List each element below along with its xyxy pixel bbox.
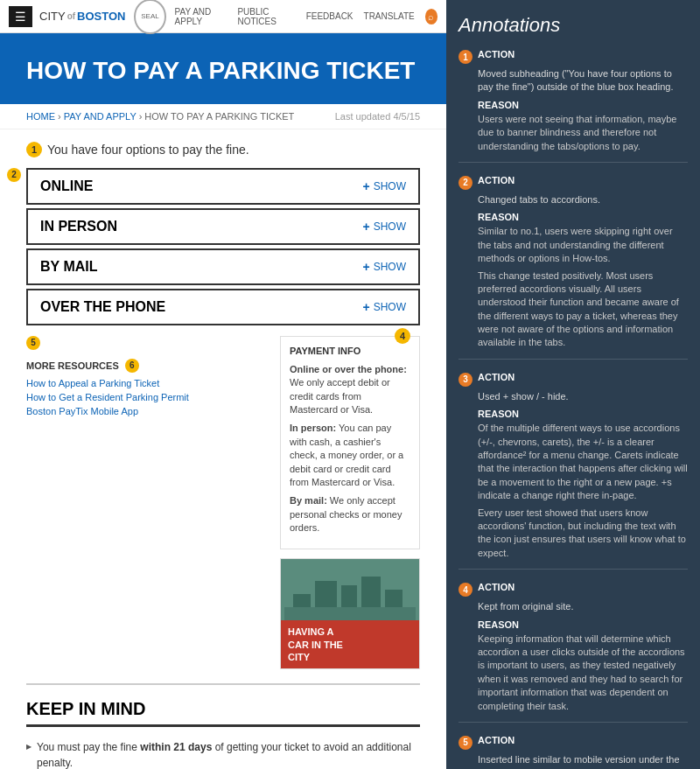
resource-link-1[interactable]: How to Appeal a Parking Ticket — [26, 378, 266, 388]
ann-num-2: 2 — [458, 176, 472, 190]
breadcrumb: HOME › PAY AND APPLY › HOW TO PAY A PARK… — [0, 104, 446, 129]
search-icon[interactable]: ⌕ — [425, 9, 438, 24]
city-card-image — [281, 559, 419, 620]
accordion-by-mail-toggle[interactable]: + show — [362, 260, 406, 274]
resource-link-2[interactable]: How to Get a Resident Parking Permit — [26, 392, 266, 402]
annotation-item-4: 4 ACTION Kept from original site. REASON… — [458, 582, 688, 723]
ann-reason-label-4: REASON — [478, 619, 688, 630]
accordion-in-person-label: IN PERSON — [40, 219, 117, 234]
annotation-item-1: 1 ACTION Moved subheading ("You have fou… — [458, 49, 688, 163]
accordion-by-mail[interactable]: BY MAIL + show — [26, 248, 420, 285]
accordion-by-mail-label: BY MAIL — [40, 259, 97, 275]
keep-in-mind-list: You must pay the fine within 21 days of … — [26, 734, 420, 769]
accordion-online[interactable]: ONLINE + show — [26, 168, 420, 205]
accordion-num: 2 — [7, 168, 21, 182]
intro-text: You have four options to pay the fine. — [47, 143, 249, 157]
svg-rect-6 — [284, 607, 416, 620]
left-col: 5 MORE RESOURCES 6 How to Appeal a Parki… — [26, 336, 266, 670]
annotations-container: 1 ACTION Moved subheading ("You have fou… — [458, 49, 688, 769]
annotations-title: Annotations — [458, 14, 688, 37]
annotation-item-2: 2 ACTION Changed tabs to accordions. REA… — [458, 175, 688, 360]
main-content: 1 You have four options to pay the fine.… — [0, 129, 446, 769]
payment-by-mail: By mail: We only accept personal checks … — [290, 494, 410, 535]
ann-num-3: 3 — [458, 373, 472, 387]
annotation-action-3: 3 ACTION — [458, 372, 688, 387]
breadcrumb-links: HOME › PAY AND APPLY › HOW TO PAY A PARK… — [26, 111, 294, 122]
ann-divider — [458, 569, 688, 570]
ann-reason-label-3: REASON — [478, 409, 688, 419]
accordion-in-person-toggle[interactable]: + show — [362, 220, 406, 234]
plus-icon: + — [362, 179, 369, 193]
accordion-online-label: ONLINE — [40, 178, 93, 194]
annotation-item-3: 3 ACTION Used + show / - hide. REASON Of… — [458, 372, 688, 570]
annotation-action-5: 5 ACTION — [458, 735, 688, 750]
ann-divider — [458, 162, 688, 163]
plus-icon-2: + — [362, 220, 369, 234]
section-divider — [26, 683, 420, 685]
city-card[interactable]: HAVING A CAR IN THE CITY — [280, 558, 420, 669]
ann-action-label-1: ACTION — [478, 49, 514, 59]
ann-reason-para: Of the multiple different ways to use ac… — [478, 422, 688, 502]
accordion-over-phone[interactable]: OVER THE PHONE + show — [26, 289, 420, 325]
title-underline — [26, 724, 420, 727]
nav-feedback[interactable]: FEEDBACK — [306, 11, 354, 21]
ann-action-label-5: ACTION — [478, 735, 514, 745]
breadcrumb-home[interactable]: HOME — [26, 111, 55, 122]
page-title: HOW TO PAY A PARKING TICKET — [26, 58, 420, 85]
ann-action-label-3: ACTION — [478, 372, 514, 382]
toggle-text-3: show — [374, 261, 406, 273]
top-nav: ☰ CITY of BOSTON SEAL PAY AND APPLY PUBL… — [0, 0, 446, 33]
annotation-item-5: 5 ACTION Inserted line similar to mobile… — [458, 735, 688, 769]
ann-action-text-4: Kept from original site. — [478, 600, 688, 613]
accordion-over-phone-label: OVER THE PHONE — [40, 299, 165, 315]
annotation-action-1: 1 ACTION — [458, 49, 688, 64]
ann-action-text-5: Inserted line similar to mobile version … — [478, 753, 688, 769]
toggle-text: show — [374, 180, 406, 192]
toggle-text-2: show — [374, 220, 406, 233]
hamburger-menu[interactable]: ☰ — [9, 6, 32, 27]
accordion-container: 2 ONLINE + show IN PERSON + show BY MAIL… — [26, 168, 420, 325]
toggle-text-4: show — [374, 301, 406, 313]
city-seal: SEAL — [134, 0, 165, 34]
right-panel: Annotations 1 ACTION Moved subheading ("… — [446, 0, 700, 769]
ann-action-text-1: Moved subheading ("You have four options… — [478, 67, 688, 94]
accordion-in-person[interactable]: IN PERSON + show — [26, 208, 420, 245]
ann-num-1: 1 — [458, 50, 472, 64]
ann-reason-para: Similar to no.1, users were skipping rig… — [478, 225, 688, 265]
annotation-action-2: 2 ACTION — [458, 175, 688, 190]
nav-pay-apply[interactable]: PAY AND APPLY — [175, 7, 228, 26]
more-resources-num: 6 — [125, 359, 139, 373]
nav-links: PAY AND APPLY PUBLIC NOTICES FEEDBACK TR… — [175, 7, 438, 26]
ann-reason-para: Every user test showed that users know a… — [478, 507, 688, 561]
ann-reason-label-1: REASON — [478, 100, 688, 110]
left-panel: ☰ CITY of BOSTON SEAL PAY AND APPLY PUBL… — [0, 0, 446, 769]
keep-in-mind-section: KEEP IN MIND You must pay the fine withi… — [26, 699, 420, 769]
payment-in-person: In person: You can pay with cash, a cash… — [290, 422, 410, 489]
ann-action-text-3: Used + show / - hide. — [478, 390, 688, 403]
plus-icon-4: + — [362, 300, 369, 314]
nav-public-notices[interactable]: PUBLIC NOTICES — [237, 7, 295, 26]
ann-action-label-4: ACTION — [478, 582, 514, 592]
payment-online: Online or over the phone: We only accept… — [290, 363, 410, 417]
city-card-label: HAVING A CAR IN THE CITY — [281, 620, 419, 668]
payment-info-title: PAYMENT INFO — [290, 346, 410, 356]
keep-in-mind-item-1: You must pay the fine within 21 days of … — [26, 734, 420, 769]
more-resources: MORE RESOURCES 6 How to Appeal a Parking… — [26, 359, 266, 416]
city-logo: CITY of BOSTON — [39, 10, 125, 23]
ann-divider — [458, 359, 688, 360]
payment-box-num: 4 — [395, 328, 410, 344]
options-intro: 1 You have four options to pay the fine. — [26, 142, 420, 157]
ann-reason-para: Keeping information that will determine … — [478, 633, 688, 713]
city-text: CITY — [39, 10, 66, 23]
breadcrumb-current: HOW TO PAY A PARKING TICKET — [144, 111, 294, 122]
breadcrumb-pay-apply[interactable]: PAY AND APPLY — [64, 111, 136, 122]
keep-in-mind-title: KEEP IN MIND — [26, 699, 420, 719]
hero-section: HOW TO PAY A PARKING TICKET — [0, 33, 446, 104]
ann-action-text-2: Changed tabs to accordions. — [478, 193, 688, 206]
accordion-over-phone-toggle[interactable]: + show — [362, 300, 406, 314]
accordion-online-toggle[interactable]: + show — [362, 179, 406, 193]
nav-translate[interactable]: TRANSLATE — [364, 11, 415, 21]
right-col: 4 PAYMENT INFO Online or over the phone:… — [280, 336, 420, 670]
resource-link-3[interactable]: Boston PayTix Mobile App — [26, 406, 266, 416]
of-text: of — [67, 11, 75, 21]
